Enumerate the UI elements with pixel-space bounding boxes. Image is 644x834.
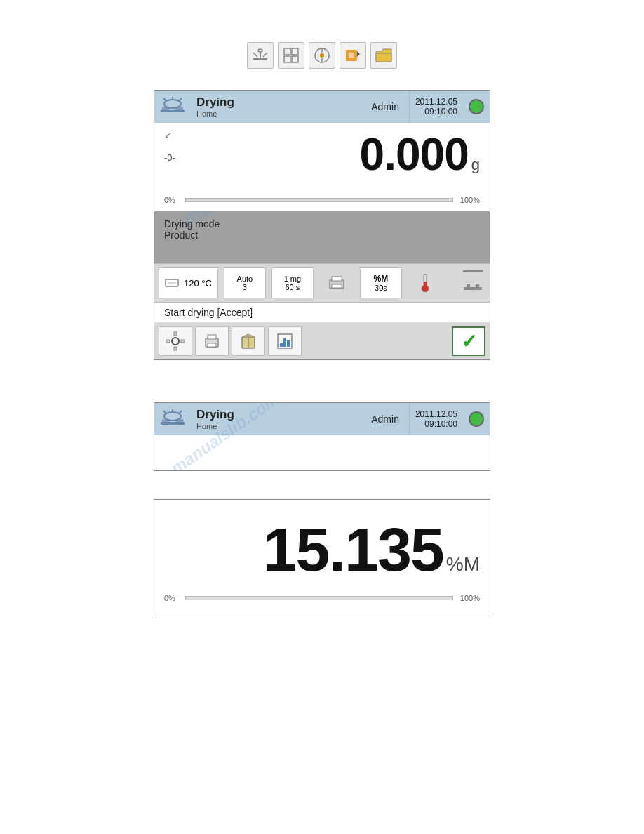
- status-indicator-1: [469, 99, 484, 114]
- thermometer-setting[interactable]: [408, 267, 443, 298]
- svg-rect-31: [424, 282, 427, 289]
- progress-track-1: [185, 198, 453, 202]
- svg-rect-47: [280, 343, 283, 347]
- start-row[interactable]: Start drying [Accept]: [154, 303, 490, 323]
- export-icon[interactable]: [340, 42, 366, 69]
- progress-right-1: 100%: [457, 196, 480, 204]
- svg-rect-37: [174, 347, 177, 350]
- header-title-2: Drying: [196, 408, 356, 422]
- drying-mode-product: Product: [164, 230, 480, 241]
- svg-rect-32: [464, 287, 482, 290]
- svg-rect-17: [161, 110, 185, 112]
- unit-setting[interactable]: %M 30s: [360, 267, 402, 298]
- drying-mode-label: Drying mode: [164, 218, 480, 230]
- svg-marker-45: [242, 334, 255, 337]
- header-date-1: 2011.12.05: [415, 97, 457, 107]
- grid-icon[interactable]: [278, 42, 304, 69]
- tare-icon: ↙: [164, 130, 172, 140]
- header-time-2: 09:10:00: [424, 419, 457, 429]
- header-indicator-1: [463, 91, 490, 123]
- accept-button[interactable]: ✓: [452, 326, 485, 356]
- print-icon: [327, 274, 347, 291]
- large-weight-value: 15.135: [263, 514, 443, 585]
- toolbar-row: ✓: [154, 323, 490, 359]
- compass-icon[interactable]: [309, 42, 335, 69]
- status-indicator-2: [469, 411, 484, 427]
- svg-rect-27: [332, 284, 342, 288]
- header-time-1: 09:10:00: [424, 107, 457, 117]
- svg-point-53: [164, 412, 181, 421]
- panel-2-empty: [154, 435, 490, 470]
- thermometer-icon: [417, 272, 434, 294]
- header-date-2: 2011.12.05: [415, 409, 457, 419]
- large-progress-row: 0% 100%: [164, 593, 480, 607]
- settings-button[interactable]: [159, 326, 192, 356]
- header-user-1: Admin: [361, 91, 409, 123]
- header-title-section-2: Drying Home: [191, 403, 361, 435]
- resolution-setting[interactable]: 1 mg 60 s: [271, 267, 314, 298]
- header-bar-1: Drying Home Admin 2011.12.05 09:10:00: [154, 91, 490, 123]
- drying-mode-section: Drying mode Product: [154, 211, 490, 263]
- svg-rect-33: [467, 284, 470, 287]
- svg-rect-0: [253, 58, 267, 60]
- svg-rect-39: [181, 340, 185, 343]
- svg-rect-6: [292, 48, 298, 55]
- svg-rect-34: [476, 284, 479, 287]
- svg-point-20: [164, 100, 181, 108]
- large-reading-panel: 15.135 %M 0% 100%: [154, 499, 490, 614]
- large-progress-left: 0%: [164, 594, 181, 602]
- svg-rect-14: [349, 53, 354, 58]
- zero-label-1: -0-: [164, 152, 175, 163]
- header-datetime-2: 2011.12.05 09:10:00: [409, 403, 463, 435]
- header-bar-2: Drying Home Admin 2011.12.05 09:10:00: [154, 403, 490, 435]
- start-text: Start drying [Accept]: [164, 307, 253, 318]
- temp-setting[interactable]: 120 °C: [159, 267, 218, 298]
- svg-marker-15: [357, 51, 360, 57]
- header-title-section: Drying Home: [191, 91, 361, 123]
- header-subtitle-2: Home: [196, 422, 356, 430]
- chart-button[interactable]: [268, 326, 302, 356]
- svg-rect-5: [284, 48, 290, 55]
- svg-rect-36: [174, 332, 177, 336]
- header-indicator-2: [463, 403, 490, 435]
- large-weight-unit: %M: [446, 553, 480, 576]
- svg-line-3: [253, 53, 257, 57]
- right-dashes: [463, 270, 483, 296]
- balance-icon: [463, 280, 483, 293]
- svg-point-2: [258, 49, 262, 52]
- svg-rect-28: [332, 277, 342, 281]
- panel-2: manualslib.com Drying Home Admin 2011.12…: [154, 402, 490, 471]
- svg-rect-49: [287, 340, 290, 347]
- auto-setting[interactable]: Auto 3: [224, 267, 266, 298]
- svg-line-54: [163, 411, 166, 413]
- logo-icon: [154, 91, 191, 123]
- large-progress-track: [185, 596, 453, 600]
- svg-rect-8: [292, 56, 298, 62]
- svg-rect-41: [208, 343, 216, 347]
- scale-icon[interactable]: [247, 42, 274, 69]
- interval-value: 60 s: [285, 283, 300, 291]
- svg-rect-16: [376, 53, 391, 62]
- unit-interval: 30s: [375, 284, 387, 292]
- header-subtitle-1: Home: [196, 110, 356, 118]
- print-setting[interactable]: [319, 267, 354, 298]
- large-progress-right: 100%: [457, 594, 480, 602]
- svg-rect-50: [161, 422, 185, 425]
- resolution-value: 1 mg: [284, 274, 301, 283]
- svg-rect-48: [283, 338, 286, 347]
- package-button[interactable]: [232, 326, 265, 356]
- folder-icon[interactable]: [370, 42, 397, 69]
- svg-line-55: [179, 411, 182, 413]
- weight-row-1: 0.000 g: [164, 128, 480, 180]
- settings-row: 120 °C Auto 3 1 mg 60 s %M 30s: [154, 263, 490, 303]
- temp-value: 120 °C: [184, 278, 212, 289]
- print-button[interactable]: [195, 326, 229, 356]
- logo-icon-2: [154, 403, 191, 435]
- svg-rect-38: [166, 340, 170, 343]
- top-icon-bar: [0, 0, 644, 90]
- header-user-2: Admin: [361, 403, 409, 435]
- temp-icon: [165, 277, 182, 289]
- progress-left-1: 0%: [164, 196, 181, 204]
- auto-label: Auto: [237, 274, 253, 283]
- header-datetime-1: 2011.12.05 09:10:00: [409, 91, 463, 123]
